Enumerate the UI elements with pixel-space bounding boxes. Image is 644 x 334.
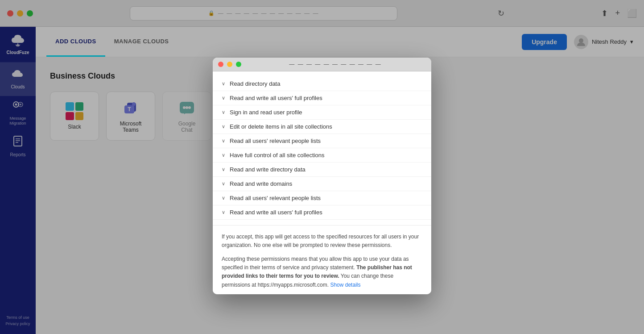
permission-item-1: ∨ Read and write all users' full profile… (213, 91, 431, 105)
chevron-icon-8: ∨ (222, 195, 225, 201)
permission-text-5: Have full control of all site collection… (230, 152, 324, 159)
permission-item-0: ∨ Read directory data (213, 77, 431, 91)
modal-traffic-light-yellow[interactable] (227, 62, 232, 67)
permission-text-8: Read all users' relevant people lists (230, 195, 321, 201)
permission-text-9: Read and write all users' full profiles (230, 209, 322, 216)
permission-item-5: ∨ Have full control of all site collecti… (213, 148, 431, 163)
consent-text-2: Accepting these permissions means that y… (222, 255, 422, 289)
modal-titlebar: — — — — — — — — — — — (213, 58, 431, 71)
permission-item-2: ∨ Sign in and read user profile (213, 105, 431, 120)
chevron-icon-1: ∨ (222, 95, 225, 101)
permission-item-8: ∨ Read all users' relevant people lists (213, 191, 431, 205)
chevron-icon-5: ∨ (222, 152, 225, 158)
modal-traffic-light-green[interactable] (236, 62, 241, 67)
permission-item-6: ∨ Read and write directory data (213, 163, 431, 177)
chevron-icon-0: ∨ (222, 81, 225, 87)
modal-overlay: — — — — — — — — — — — ∨ Read directory d… (0, 0, 644, 334)
consent-text-1: If you accept, this app will get access … (222, 233, 422, 250)
permission-list: ∨ Read directory data ∨ Read and write a… (213, 71, 431, 225)
modal-body[interactable]: ∨ Read directory data ∨ Read and write a… (213, 71, 431, 294)
permission-text-7: Read and write domains (230, 180, 292, 187)
modal-title: — — — — — — — — — — — (245, 61, 426, 67)
permission-text-0: Read directory data (230, 80, 280, 87)
permission-item-9: ∨ Read and write all users' full profile… (213, 205, 431, 220)
modal-window: — — — — — — — — — — — ∨ Read directory d… (213, 58, 431, 294)
permission-text-3: Edit or delete items in all site collect… (230, 123, 332, 130)
permission-item-3: ∨ Edit or delete items in all site colle… (213, 120, 431, 134)
chevron-icon-6: ∨ (222, 167, 225, 172)
chevron-icon-9: ∨ (222, 209, 225, 215)
chevron-icon-7: ∨ (222, 181, 225, 187)
permission-item-4: ∨ Read all users' relevant people lists (213, 134, 431, 148)
chevron-icon-4: ∨ (222, 138, 225, 144)
chevron-icon-3: ∨ (222, 124, 225, 129)
permission-text-1: Read and write all users' full profiles (230, 95, 322, 101)
modal-footer: If you accept, this app will get access … (213, 225, 431, 294)
show-details-link[interactable]: Show details (330, 282, 360, 288)
permission-item-7: ∨ Read and write domains (213, 177, 431, 191)
permission-text-4: Read all users' relevant people lists (230, 138, 321, 144)
modal-traffic-light-red[interactable] (218, 62, 223, 67)
permission-text-2: Sign in and read user profile (230, 109, 302, 116)
chevron-icon-2: ∨ (222, 109, 225, 115)
permission-text-6: Read and write directory data (230, 166, 305, 173)
